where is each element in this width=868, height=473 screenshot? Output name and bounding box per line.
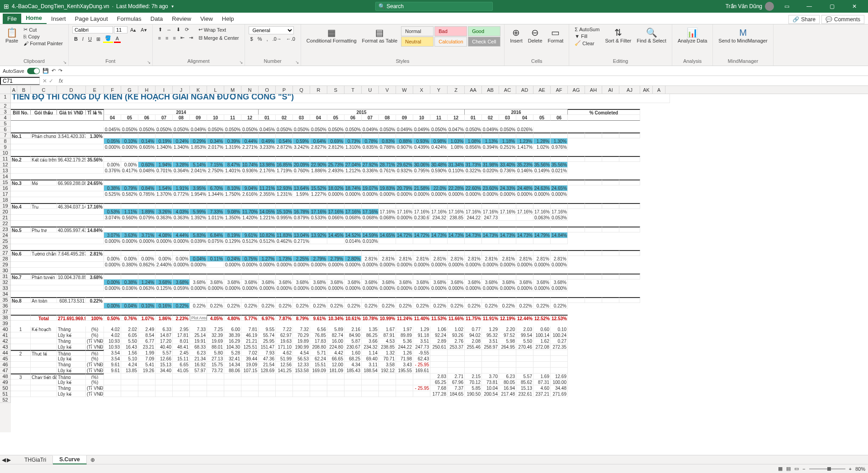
cell[interactable]	[173, 274, 190, 279]
cell[interactable]: An toàn	[31, 297, 57, 303]
cell[interactable]: 0.59%	[293, 138, 310, 144]
cell[interactable]: Lũy kế	[57, 368, 86, 374]
cell[interactable]: 0.068%	[344, 215, 362, 221]
cell[interactable]	[533, 297, 551, 303]
col-header-AA[interactable]: AA	[465, 86, 482, 94]
cell[interactable]: 184.65	[448, 391, 465, 397]
row-header-32[interactable]: 32	[0, 279, 11, 285]
cell[interactable]	[465, 356, 482, 362]
cell[interactable]	[224, 391, 241, 397]
cell[interactable]: 0.19%	[156, 138, 173, 144]
formula-input[interactable]	[66, 78, 868, 84]
cell[interactable]: 3.68%	[430, 279, 448, 285]
cell[interactable]: 1.392%	[190, 215, 207, 221]
cell[interactable]: 1.011%	[207, 215, 224, 221]
cell[interactable]: Bill No.	[11, 109, 31, 115]
cell[interactable]: 3.11	[362, 362, 379, 368]
cell[interactable]: 69.40	[362, 356, 379, 362]
cell[interactable]: 92.24	[430, 332, 448, 338]
cell[interactable]	[224, 385, 241, 391]
cell[interactable]: 4.53	[379, 338, 396, 344]
increase-font-button[interactable]: A▴	[128, 27, 138, 33]
cell[interactable]	[11, 144, 104, 150]
cell[interactable]: 04	[516, 115, 533, 121]
cell[interactable]	[310, 297, 327, 303]
cell[interactable]: 32.39	[207, 332, 224, 338]
cell[interactable]: 1.62	[533, 338, 551, 344]
redo-button[interactable]: ↷	[58, 68, 62, 74]
cell[interactable]	[344, 250, 362, 256]
cell[interactable]: 17.16%	[465, 209, 482, 215]
cell[interactable]: 73.81	[482, 379, 499, 385]
cell[interactable]: 3.66	[362, 338, 379, 344]
cell[interactable]: 19.09	[241, 362, 259, 368]
cell[interactable]: 0.60%	[138, 162, 156, 168]
cell[interactable]: 6.23	[190, 350, 207, 356]
cell[interactable]	[11, 315, 31, 321]
cell[interactable]	[31, 368, 57, 374]
cell[interactable]	[551, 203, 568, 209]
cell[interactable]	[413, 156, 430, 162]
cell[interactable]	[362, 297, 379, 303]
cell[interactable]	[241, 132, 259, 138]
cell[interactable]	[499, 238, 516, 244]
cell[interactable]	[104, 297, 121, 303]
col-header-AC[interactable]: AC	[499, 86, 516, 94]
cell[interactable]: 1.29	[482, 326, 499, 332]
col-header-B[interactable]: B	[17, 86, 31, 94]
cell[interactable]: 3.07%	[104, 232, 121, 238]
analyze-data-button[interactable]: 📊Analyze Data	[676, 26, 709, 45]
cell[interactable]	[602, 227, 619, 232]
sheet-nav-next[interactable]: ▶	[7, 457, 11, 463]
cell[interactable]: 17.16%	[344, 209, 362, 215]
fill-button[interactable]: ▼Fill	[573, 33, 601, 39]
cell[interactable]: 1.91%	[173, 185, 190, 191]
zoom-slider[interactable]	[809, 468, 845, 469]
cell[interactable]: 88.06	[224, 368, 241, 374]
cell[interactable]	[327, 156, 344, 162]
cell[interactable]: 17.16%	[379, 209, 396, 215]
cell[interactable]: 1.227%	[310, 191, 327, 197]
cell[interactable]: 2.271%	[241, 144, 259, 150]
col-header-M[interactable]: M	[224, 86, 241, 94]
cell[interactable]: 0.000%	[344, 262, 362, 268]
cell[interactable]: 10	[207, 115, 224, 121]
cell[interactable]	[413, 250, 430, 256]
name-box[interactable]	[0, 77, 40, 85]
cell[interactable]: (Tỉ VNĐ)	[86, 362, 104, 368]
cell[interactable]: 33.40%	[499, 162, 516, 168]
font-color-button[interactable]: A	[114, 35, 121, 43]
cell[interactable]	[516, 350, 533, 356]
cell[interactable]: 247.73	[482, 215, 499, 221]
cell[interactable]	[362, 250, 379, 256]
cell[interactable]	[207, 297, 224, 303]
cell[interactable]: 1.310%	[344, 144, 362, 150]
cell[interactable]: 24.65%	[551, 185, 568, 191]
cell[interactable]: 38.39	[224, 332, 241, 338]
cell[interactable]: 1.35	[362, 326, 379, 332]
cell[interactable]	[344, 227, 362, 232]
cell[interactable]	[259, 379, 276, 385]
cell[interactable]: 1.30%	[86, 132, 104, 138]
cell[interactable]: 0.525%	[104, 191, 121, 197]
cell[interactable]: 5.10	[121, 356, 138, 362]
cell[interactable]	[448, 132, 465, 138]
cell[interactable]: 04	[104, 115, 121, 121]
cell[interactable]: 258.97	[482, 344, 499, 350]
cell[interactable]: 13.64%	[293, 185, 310, 191]
cell[interactable]	[516, 132, 533, 138]
cell[interactable]: 8.01	[173, 338, 190, 344]
cell[interactable]: 0.39%	[224, 138, 241, 144]
cell[interactable]: 7.02	[241, 350, 259, 356]
cell[interactable]	[31, 385, 57, 391]
cell[interactable]	[173, 374, 190, 379]
cell[interactable]: 0.24%	[173, 138, 190, 144]
cell[interactable]: 2.81%	[362, 256, 379, 262]
col-header-AE[interactable]: AE	[533, 86, 551, 94]
cell[interactable]: 0.049%	[396, 127, 413, 132]
cell[interactable]: 2.440%	[156, 262, 173, 268]
cell[interactable]	[121, 227, 138, 232]
cell[interactable]	[241, 374, 259, 379]
cell[interactable]: 0.05%	[104, 138, 121, 144]
cell[interactable]	[224, 180, 241, 185]
